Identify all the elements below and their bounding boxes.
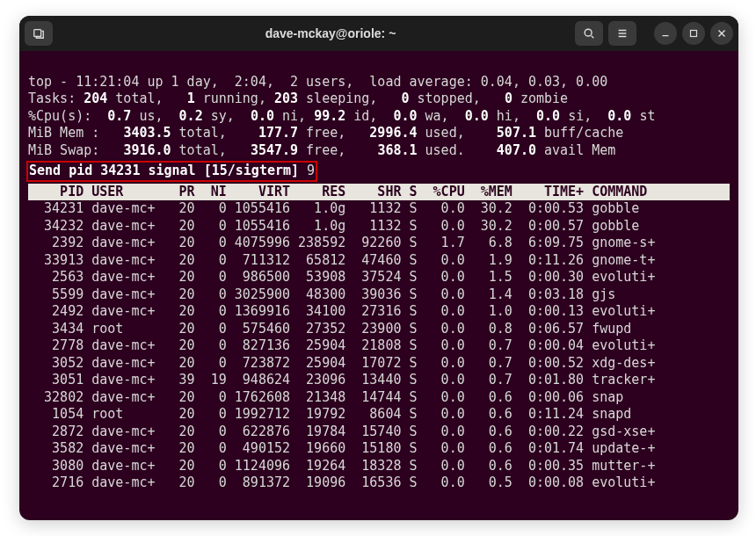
process-row[interactable]: 2716 dave-mc+ 20 0 891372 19096 16536 S … xyxy=(28,474,730,492)
menu-button[interactable] xyxy=(608,21,636,46)
process-row[interactable]: 1054 root 20 0 1992712 19792 8604 S 0.0 … xyxy=(28,406,730,424)
svg-point-1 xyxy=(585,29,592,36)
top-uptime-line: top - 11:21:04 up 1 day, 2:04, 2 users, … xyxy=(28,74,607,90)
process-row[interactable]: 34232 dave-mc+ 20 0 1055416 1.0g 1132 S … xyxy=(28,218,730,235)
process-row[interactable]: 34231 dave-mc+ 20 0 1055416 1.0g 1132 S … xyxy=(28,200,730,218)
process-row[interactable]: 2563 dave-mc+ 20 0 986500 53908 37524 S … xyxy=(28,269,730,286)
process-row[interactable]: 32802 dave-mc+ 20 0 1762608 21348 14744 … xyxy=(28,389,730,407)
close-button[interactable] xyxy=(710,22,733,45)
minimize-button[interactable] xyxy=(654,22,677,45)
top-swap-line: MiB Swap: 3916.0 total, 3547.9 free, 368… xyxy=(28,142,615,158)
process-row[interactable]: 3582 dave-mc+ 20 0 490152 19660 15180 S … xyxy=(28,440,730,458)
search-button[interactable] xyxy=(575,21,603,46)
svg-rect-0 xyxy=(34,30,41,37)
top-tasks-line: Tasks: 204 total, 1 running, 203 sleepin… xyxy=(28,91,568,106)
top-mem-line: MiB Mem : 3403.5 total, 177.7 free, 2996… xyxy=(28,125,623,141)
svg-line-2 xyxy=(592,36,594,39)
process-list: 34231 dave-mc+ 20 0 1055416 1.0g 1132 S … xyxy=(28,200,730,492)
terminal-window: dave-mckay@oriole: ~ top - 11:21:04 up 1… xyxy=(19,16,738,520)
maximize-button[interactable] xyxy=(682,22,705,45)
kill-prompt-input[interactable]: 9 xyxy=(307,163,315,178)
new-tab-button[interactable] xyxy=(25,21,53,46)
process-row[interactable]: 5599 dave-mc+ 20 0 3025900 48300 39036 S… xyxy=(28,286,730,304)
process-row[interactable]: 2778 dave-mc+ 20 0 827136 25904 21808 S … xyxy=(28,337,730,355)
titlebar: dave-mckay@oriole: ~ xyxy=(19,16,738,51)
process-row[interactable]: 2492 dave-mc+ 20 0 1369916 34100 27316 S… xyxy=(28,303,730,321)
terminal-body[interactable]: top - 11:21:04 up 1 day, 2:04, 2 users, … xyxy=(19,51,738,494)
window-title: dave-mckay@oriole: ~ xyxy=(91,26,570,40)
process-row[interactable]: 3051 dave-mc+ 39 19 948624 23096 13440 S… xyxy=(28,372,730,389)
process-header-row: PID USER PR NI VIRT RES SHR S %CPU %MEM … xyxy=(28,184,730,201)
top-cpu-line: %Cpu(s): 0.7 us, 0.2 sy, 0.0 ni, 99.2 id… xyxy=(28,108,655,124)
process-row[interactable]: 3434 root 20 0 575460 27352 23900 S 0.0 … xyxy=(28,321,730,338)
process-row[interactable]: 2392 dave-mc+ 20 0 4075996 238592 92260 … xyxy=(28,235,730,252)
process-row[interactable]: 33913 dave-mc+ 20 0 711312 65812 47460 S… xyxy=(28,252,730,270)
kill-prompt-text: Send pid 34231 signal [15/sigterm] xyxy=(29,163,299,178)
process-row[interactable]: 3052 dave-mc+ 20 0 723872 25904 17072 S … xyxy=(28,355,730,373)
process-row[interactable]: 3080 dave-mc+ 20 0 1124096 19264 18328 S… xyxy=(28,458,730,475)
svg-rect-7 xyxy=(691,31,697,37)
process-row[interactable]: 2872 dave-mc+ 20 0 622876 19784 15740 S … xyxy=(28,424,730,441)
kill-prompt-highlight: Send pid 34231 signal [15/sigterm] 9 xyxy=(26,161,317,182)
